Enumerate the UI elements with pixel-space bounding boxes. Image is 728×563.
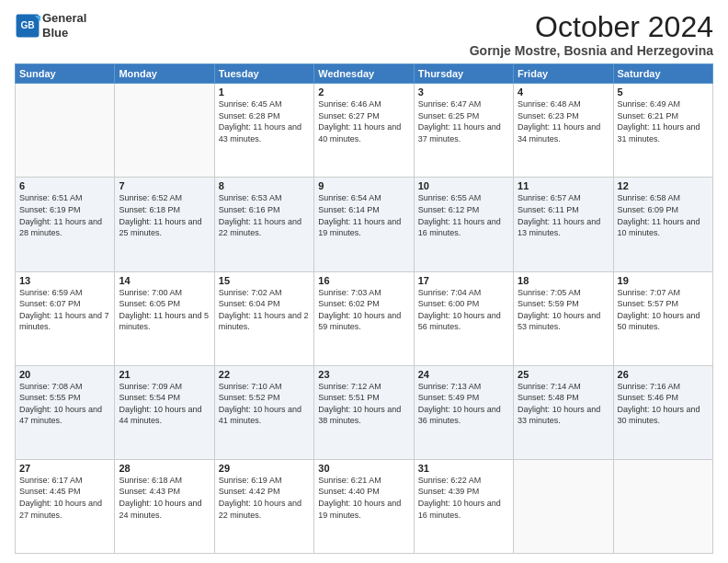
calendar-cell: 9Sunrise: 6:54 AM Sunset: 6:14 PM Daylig… bbox=[314, 178, 414, 271]
calendar-cell: 7Sunrise: 6:52 AM Sunset: 6:18 PM Daylig… bbox=[115, 178, 214, 271]
calendar-cell: 25Sunrise: 7:14 AM Sunset: 5:48 PM Dayli… bbox=[514, 365, 613, 459]
calendar-week-4: 20Sunrise: 7:08 AM Sunset: 5:55 PM Dayli… bbox=[16, 365, 713, 459]
logo-icon: GB bbox=[15, 13, 40, 39]
cell-info: Sunrise: 7:05 AM Sunset: 5:59 PM Dayligh… bbox=[518, 287, 609, 333]
day-number: 13 bbox=[19, 275, 110, 286]
day-number: 14 bbox=[119, 275, 210, 286]
header: GB General Blue October 2024 Gornje Most… bbox=[15, 11, 713, 58]
calendar-cell: 16Sunrise: 7:03 AM Sunset: 6:02 PM Dayli… bbox=[314, 271, 414, 365]
cell-info: Sunrise: 6:51 AM Sunset: 6:19 PM Dayligh… bbox=[19, 192, 110, 238]
calendar-week-2: 6Sunrise: 6:51 AM Sunset: 6:19 PM Daylig… bbox=[16, 178, 713, 271]
cell-info: Sunrise: 6:45 AM Sunset: 6:28 PM Dayligh… bbox=[219, 98, 310, 144]
day-number: 25 bbox=[518, 369, 609, 380]
day-number: 5 bbox=[618, 86, 709, 98]
cell-info: Sunrise: 6:21 AM Sunset: 4:40 PM Dayligh… bbox=[318, 475, 409, 521]
calendar-cell: 24Sunrise: 7:13 AM Sunset: 5:49 PM Dayli… bbox=[414, 365, 513, 459]
cell-info: Sunrise: 7:07 AM Sunset: 5:57 PM Dayligh… bbox=[618, 287, 709, 333]
cell-info: Sunrise: 7:00 AM Sunset: 6:05 PM Dayligh… bbox=[119, 287, 210, 333]
day-number: 12 bbox=[618, 180, 709, 191]
cell-info: Sunrise: 7:08 AM Sunset: 5:55 PM Dayligh… bbox=[19, 381, 110, 427]
calendar-week-3: 13Sunrise: 6:59 AM Sunset: 6:07 PM Dayli… bbox=[16, 271, 713, 365]
calendar-week-5: 27Sunrise: 6:17 AM Sunset: 4:45 PM Dayli… bbox=[16, 459, 713, 553]
day-number: 10 bbox=[418, 180, 509, 191]
calendar-cell: 4Sunrise: 6:48 AM Sunset: 6:23 PM Daylig… bbox=[514, 84, 613, 178]
cell-info: Sunrise: 7:16 AM Sunset: 5:46 PM Dayligh… bbox=[618, 381, 709, 427]
day-number: 11 bbox=[518, 180, 609, 191]
cell-info: Sunrise: 6:57 AM Sunset: 6:11 PM Dayligh… bbox=[518, 192, 609, 238]
calendar-cell: 22Sunrise: 7:10 AM Sunset: 5:52 PM Dayli… bbox=[214, 365, 313, 459]
cell-info: Sunrise: 6:55 AM Sunset: 6:12 PM Dayligh… bbox=[418, 192, 509, 238]
calendar-cell: 13Sunrise: 6:59 AM Sunset: 6:07 PM Dayli… bbox=[16, 271, 115, 365]
day-number: 28 bbox=[119, 463, 210, 474]
calendar-cell: 15Sunrise: 7:02 AM Sunset: 6:04 PM Dayli… bbox=[214, 271, 313, 365]
day-number: 7 bbox=[119, 180, 210, 191]
day-number: 3 bbox=[418, 86, 509, 98]
calendar-cell: 5Sunrise: 6:49 AM Sunset: 6:21 PM Daylig… bbox=[613, 84, 712, 178]
logo-line1: General bbox=[42, 11, 86, 26]
calendar-cell: 2Sunrise: 6:46 AM Sunset: 6:27 PM Daylig… bbox=[314, 84, 414, 178]
header-sunday: Sunday bbox=[16, 64, 115, 84]
calendar-week-1: 1Sunrise: 6:45 AM Sunset: 6:28 PM Daylig… bbox=[16, 84, 713, 178]
cell-info: Sunrise: 6:17 AM Sunset: 4:45 PM Dayligh… bbox=[19, 475, 110, 521]
day-number: 24 bbox=[418, 369, 509, 380]
logo-text: General Blue bbox=[42, 11, 86, 40]
calendar-cell: 30Sunrise: 6:21 AM Sunset: 4:40 PM Dayli… bbox=[314, 459, 414, 553]
page: GB General Blue October 2024 Gornje Most… bbox=[0, 0, 728, 563]
header-thursday: Thursday bbox=[414, 64, 513, 84]
cell-info: Sunrise: 7:03 AM Sunset: 6:02 PM Dayligh… bbox=[318, 287, 409, 333]
day-number: 9 bbox=[318, 180, 409, 191]
header-friday: Friday bbox=[514, 64, 613, 84]
day-number: 27 bbox=[19, 463, 110, 474]
calendar-cell: 26Sunrise: 7:16 AM Sunset: 5:46 PM Dayli… bbox=[613, 365, 712, 459]
day-number: 16 bbox=[318, 275, 409, 286]
cell-info: Sunrise: 6:47 AM Sunset: 6:25 PM Dayligh… bbox=[418, 98, 509, 144]
header-monday: Monday bbox=[115, 64, 214, 84]
header-tuesday: Tuesday bbox=[214, 64, 313, 84]
cell-info: Sunrise: 7:04 AM Sunset: 6:00 PM Dayligh… bbox=[418, 287, 509, 333]
calendar-cell: 23Sunrise: 7:12 AM Sunset: 5:51 PM Dayli… bbox=[314, 365, 414, 459]
svg-text:GB: GB bbox=[20, 20, 34, 30]
calendar-table: Sunday Monday Tuesday Wednesday Thursday… bbox=[15, 63, 713, 554]
day-number: 18 bbox=[518, 275, 609, 286]
logo-line2: Blue bbox=[42, 26, 86, 40]
logo: GB General Blue bbox=[15, 11, 86, 40]
day-number: 23 bbox=[318, 369, 409, 380]
cell-info: Sunrise: 7:12 AM Sunset: 5:51 PM Dayligh… bbox=[318, 381, 409, 427]
calendar-cell: 8Sunrise: 6:53 AM Sunset: 6:16 PM Daylig… bbox=[214, 178, 313, 271]
cell-info: Sunrise: 6:22 AM Sunset: 4:39 PM Dayligh… bbox=[418, 475, 509, 521]
day-number: 2 bbox=[318, 86, 409, 98]
cell-info: Sunrise: 7:14 AM Sunset: 5:48 PM Dayligh… bbox=[518, 381, 609, 427]
calendar-cell: 6Sunrise: 6:51 AM Sunset: 6:19 PM Daylig… bbox=[16, 178, 115, 271]
calendar-cell: 20Sunrise: 7:08 AM Sunset: 5:55 PM Dayli… bbox=[16, 365, 115, 459]
day-number: 30 bbox=[318, 463, 409, 474]
calendar-cell: 17Sunrise: 7:04 AM Sunset: 6:00 PM Dayli… bbox=[414, 271, 513, 365]
day-number: 17 bbox=[418, 275, 509, 286]
calendar-cell bbox=[514, 459, 613, 553]
calendar-cell: 18Sunrise: 7:05 AM Sunset: 5:59 PM Dayli… bbox=[514, 271, 613, 365]
calendar-cell: 12Sunrise: 6:58 AM Sunset: 6:09 PM Dayli… bbox=[613, 178, 712, 271]
header-saturday: Saturday bbox=[613, 64, 712, 84]
calendar-cell bbox=[613, 459, 712, 553]
cell-info: Sunrise: 6:18 AM Sunset: 4:43 PM Dayligh… bbox=[119, 475, 210, 521]
day-number: 29 bbox=[219, 463, 310, 474]
calendar-cell: 29Sunrise: 6:19 AM Sunset: 4:42 PM Dayli… bbox=[214, 459, 313, 553]
cell-info: Sunrise: 7:02 AM Sunset: 6:04 PM Dayligh… bbox=[219, 287, 310, 333]
day-number: 1 bbox=[219, 86, 310, 98]
calendar-cell: 14Sunrise: 7:00 AM Sunset: 6:05 PM Dayli… bbox=[115, 271, 214, 365]
title-block: October 2024 Gornje Mostre, Bosnia and H… bbox=[470, 11, 713, 58]
calendar-cell: 31Sunrise: 6:22 AM Sunset: 4:39 PM Dayli… bbox=[414, 459, 513, 553]
location-subtitle: Gornje Mostre, Bosnia and Herzegovina bbox=[470, 43, 713, 58]
cell-info: Sunrise: 6:49 AM Sunset: 6:21 PM Dayligh… bbox=[618, 98, 709, 144]
cell-info: Sunrise: 6:59 AM Sunset: 6:07 PM Dayligh… bbox=[19, 287, 110, 333]
cell-info: Sunrise: 6:19 AM Sunset: 4:42 PM Dayligh… bbox=[219, 475, 310, 521]
calendar-cell: 19Sunrise: 7:07 AM Sunset: 5:57 PM Dayli… bbox=[613, 271, 712, 365]
calendar-cell bbox=[115, 84, 214, 178]
cell-info: Sunrise: 6:46 AM Sunset: 6:27 PM Dayligh… bbox=[318, 98, 409, 144]
day-number: 15 bbox=[219, 275, 310, 286]
day-number: 22 bbox=[219, 369, 310, 380]
day-number: 20 bbox=[19, 369, 110, 380]
calendar-cell bbox=[16, 84, 115, 178]
day-number: 8 bbox=[219, 180, 310, 191]
calendar-cell: 28Sunrise: 6:18 AM Sunset: 4:43 PM Dayli… bbox=[115, 459, 214, 553]
calendar-cell: 11Sunrise: 6:57 AM Sunset: 6:11 PM Dayli… bbox=[514, 178, 613, 271]
